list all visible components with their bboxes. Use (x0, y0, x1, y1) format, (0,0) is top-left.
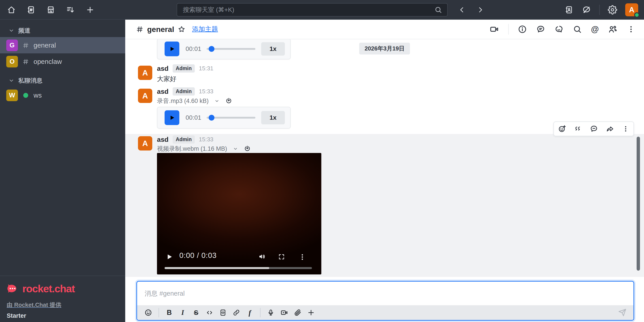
message-input[interactable] (137, 290, 634, 297)
role-badge: Admin (173, 64, 195, 73)
create-new-icon[interactable] (86, 5, 95, 14)
video-call-icon[interactable] (490, 24, 499, 34)
quote-icon[interactable] (574, 125, 582, 133)
section-channels[interactable]: 频道 (0, 24, 125, 37)
online-status-dot (23, 93, 28, 98)
collapse-chevron-icon[interactable] (214, 98, 220, 104)
chat-slash-icon[interactable] (582, 5, 591, 14)
sidebar-item-general[interactable]: G general (0, 37, 125, 53)
forward-icon[interactable] (476, 5, 485, 14)
members-icon[interactable] (608, 24, 618, 34)
playback-rate-button[interactable]: 1x (261, 42, 285, 56)
global-search[interactable] (177, 3, 448, 16)
message-time: 15:31 (199, 65, 213, 72)
message-avatar[interactable]: A (138, 136, 152, 151)
attachment-row: 录音.mp3 (4.60 kB) (157, 97, 232, 105)
play-icon[interactable] (164, 110, 179, 125)
add-reaction-icon[interactable] (558, 125, 566, 133)
attachment-title[interactable]: 录音.mp3 (4.60 kB) (157, 97, 209, 105)
search-input[interactable] (177, 6, 434, 13)
channel-avatar: O (6, 56, 18, 67)
toolbar-divider (158, 308, 159, 317)
search-icon (434, 6, 442, 14)
code-block-icon[interactable] (217, 307, 229, 319)
attach-file-icon[interactable] (292, 307, 304, 319)
sidebar-item-openclaw[interactable]: O openclaw (0, 53, 125, 70)
sidebar-item-ws[interactable]: W ws (0, 87, 125, 103)
rocketchat-logo[interactable]: rocket.chat (7, 282, 118, 295)
audio-seek-slider[interactable] (206, 46, 255, 52)
scrollbar-thumb[interactable] (636, 137, 640, 271)
discussions-icon[interactable] (554, 24, 564, 34)
kebab-menu-icon[interactable] (626, 25, 636, 34)
message-avatar[interactable]: A (138, 89, 152, 103)
toolbar-divider (260, 308, 260, 317)
message-username[interactable]: asd (157, 136, 168, 143)
attachment-title[interactable]: 视频录制.webm (1.16 MB) (157, 145, 227, 153)
forward-message-icon[interactable] (606, 125, 614, 133)
directory-icon[interactable] (26, 5, 36, 14)
avatar-initial: A (629, 5, 634, 14)
back-icon[interactable] (457, 5, 467, 14)
playback-rate-button[interactable]: 1x (261, 111, 285, 124)
audio-message-icon[interactable] (265, 307, 276, 319)
video-play-icon[interactable] (166, 253, 173, 261)
user-avatar[interactable]: A (625, 3, 638, 16)
video-menu-icon[interactable] (298, 253, 306, 261)
emoji-icon[interactable] (142, 307, 154, 319)
channel-title[interactable]: general (147, 25, 174, 34)
section-dms-label: 私聊消息 (18, 77, 42, 85)
sidebar: 频道 G general O openclaw 私聊消息 W ws rocket… (0, 20, 125, 322)
plus-actions-icon[interactable] (305, 307, 317, 319)
inline-code-icon[interactable] (204, 307, 215, 319)
date-divider: 2026年3月19日 (359, 43, 410, 54)
message-kebab-icon[interactable] (622, 125, 630, 133)
threads-icon[interactable] (536, 24, 546, 34)
top-bar: A (0, 0, 644, 20)
rocketchat-wordmark: rocket.chat (22, 283, 75, 295)
sort-icon[interactable] (66, 5, 75, 14)
message-avatar[interactable]: A (138, 66, 152, 80)
channel-header: general 添加主题 @ (125, 20, 644, 39)
message-username[interactable]: asd (157, 65, 168, 72)
video-progress-bar[interactable] (164, 267, 312, 269)
add-topic-link[interactable]: 添加主题 (192, 25, 218, 34)
audio-seek-slider[interactable] (206, 115, 255, 121)
section-direct-messages[interactable]: 私聊消息 (0, 74, 125, 87)
download-icon[interactable] (225, 97, 232, 105)
message-header: asd Admin 15:33 (157, 87, 213, 96)
online-status-dot (634, 12, 640, 18)
video-attachment-player[interactable]: 0:00 / 0:03 (157, 153, 321, 274)
collapse-chevron-icon[interactable] (232, 146, 238, 152)
audio-time: 00:01 (186, 45, 201, 52)
message-username[interactable]: asd (157, 88, 168, 95)
message-hover-row: A asd Admin 15:33 视频录制.webm (1.16 MB) 0:… (125, 134, 644, 277)
italic-icon[interactable]: I (177, 307, 188, 319)
contacts-icon[interactable] (564, 5, 574, 14)
message-text: 大家好 (157, 75, 176, 84)
home-icon[interactable] (7, 5, 16, 14)
video-time: 0:00 / 0:03 (179, 251, 217, 260)
history-nav (457, 0, 485, 20)
message-header: asd Admin 15:31 (157, 64, 213, 73)
search-messages-icon[interactable] (573, 24, 582, 34)
download-icon[interactable] (244, 145, 251, 152)
volume-icon[interactable] (258, 253, 266, 261)
admin-settings-icon[interactable] (608, 5, 617, 14)
message-time: 15:33 (199, 88, 213, 95)
audio-attachment-player: 00:01 1x (157, 107, 291, 129)
send-icon[interactable] (616, 307, 628, 319)
fullscreen-icon[interactable] (278, 253, 285, 261)
strikethrough-icon[interactable]: S (190, 307, 202, 319)
bold-icon[interactable]: B (164, 307, 175, 319)
favorite-star-icon[interactable] (178, 25, 185, 33)
play-icon[interactable] (164, 41, 179, 56)
marketplace-icon[interactable] (46, 5, 56, 14)
reply-in-thread-icon[interactable] (590, 125, 598, 133)
provided-by-link[interactable]: 由 Rocket.Chat 提供 (7, 301, 61, 309)
room-info-icon[interactable] (518, 24, 527, 34)
link-icon[interactable] (230, 307, 242, 319)
katex-icon[interactable]: f (244, 307, 256, 319)
video-message-icon[interactable] (278, 307, 290, 319)
mentions-icon[interactable]: @ (591, 25, 599, 33)
